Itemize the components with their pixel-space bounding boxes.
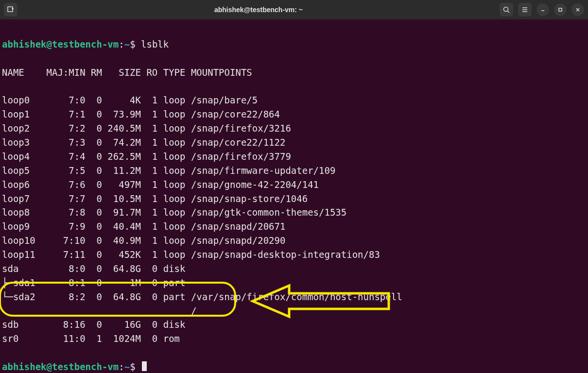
lsblk-row: / <box>2 304 586 318</box>
terminal-output[interactable]: abhishek@testbench-vm:~$ lsblk NAME MAJ:… <box>0 19 588 373</box>
lsblk-row: loop10 7:10 0 40.9M 1 loop /snap/snapd/2… <box>2 234 586 248</box>
lsblk-row: loop11 7:11 0 452K 1 loop /snap/snapd-de… <box>2 248 586 262</box>
menu-button[interactable] <box>518 3 532 17</box>
lsblk-row: loop4 7:4 0 262.5M 1 loop /snap/firefox/… <box>2 150 586 164</box>
prompt-path: ~ <box>124 39 130 50</box>
window-title: abhishek@testbench-vm: ~ <box>17 6 500 14</box>
lsblk-row: loop0 7:0 0 4K 1 loop /snap/bare/5 <box>2 93 586 107</box>
lsblk-row: loop2 7:2 0 240.5M 1 loop /snap/firefox/… <box>2 121 586 136</box>
lsblk-row: └─sda2 8:2 0 64.8G 0 part /var/snap/fire… <box>2 290 586 304</box>
maximize-button[interactable] <box>554 3 567 16</box>
lsblk-row: loop5 7:5 0 11.2M 1 loop /snap/firmware-… <box>2 164 586 178</box>
lsblk-header: NAME MAJ:MIN RM SIZE RO TYPE MOUNTPOINTS <box>2 66 586 80</box>
close-button[interactable] <box>571 3 584 16</box>
prompt-user: abhishek@testbench-vm <box>2 39 119 50</box>
search-button[interactable] <box>500 3 513 17</box>
lsblk-row: sda 8:0 0 64.8G 0 disk <box>2 262 586 276</box>
lsblk-row: loop6 7:6 0 497M 1 loop /snap/gnome-42-2… <box>2 178 586 192</box>
prompt-line-2: abhishek@testbench-vm:~$ <box>2 360 586 373</box>
lsblk-row: loop8 7:8 0 91.7M 1 loop /snap/gtk-commo… <box>2 205 586 220</box>
lsblk-row: loop1 7:1 0 73.9M 1 loop /snap/core22/86… <box>2 107 586 121</box>
lsblk-row: sr0 11:0 1 1024M 0 rom <box>2 332 586 346</box>
lsblk-row: sdb 8:16 0 16G 0 disk <box>2 318 586 332</box>
command-text: lsblk <box>141 39 169 50</box>
lsblk-row: ├─sda1 8:1 0 1M 0 part <box>2 276 586 290</box>
cursor <box>142 361 147 371</box>
new-tab-button[interactable] <box>4 3 17 17</box>
titlebar: abhishek@testbench-vm: ~ <box>0 0 588 19</box>
svg-rect-0 <box>8 7 13 12</box>
svg-point-3 <box>504 7 508 12</box>
prompt-line: abhishek@testbench-vm:~$ lsblk <box>2 37 586 51</box>
svg-line-4 <box>508 11 510 13</box>
svg-rect-9 <box>559 8 562 11</box>
lsblk-row: loop3 7:3 0 74.2M 1 loop /snap/core22/11… <box>2 136 586 150</box>
lsblk-row: loop7 7:7 0 10.5M 1 loop /snap/snap-stor… <box>2 192 586 206</box>
minimize-button[interactable] <box>536 3 549 16</box>
lsblk-row: loop9 7:9 0 40.4M 1 loop /snap/snapd/206… <box>2 220 586 234</box>
